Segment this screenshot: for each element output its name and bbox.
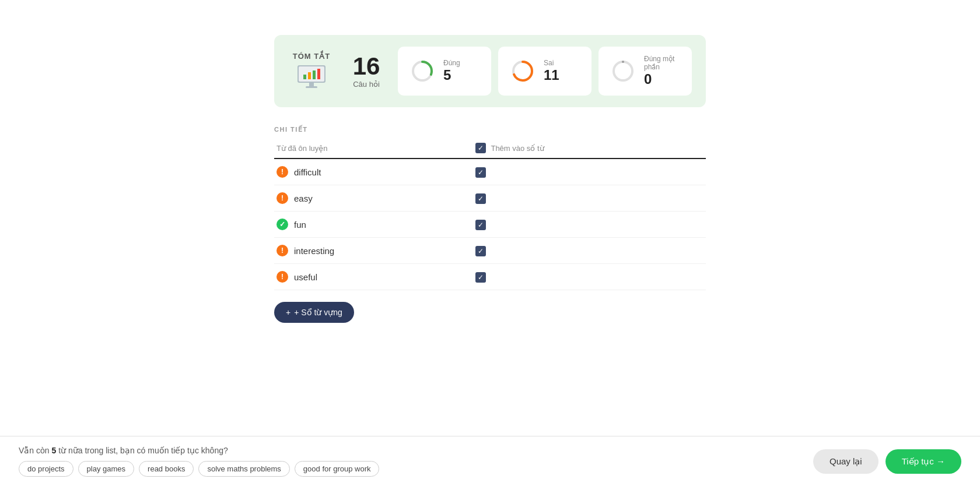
table-row: ✓fun✓ xyxy=(274,212,706,238)
continue-button[interactable]: Tiếp tục → xyxy=(886,449,961,474)
tags-row: do projectsplay gamesread bookssolve mat… xyxy=(19,461,379,477)
svg-rect-4 xyxy=(313,71,316,79)
word-text: interesting xyxy=(294,246,334,256)
word-text: difficult xyxy=(294,167,321,177)
partial-stat-info: Đúng một phần 0 xyxy=(644,55,680,87)
tag-item: do projects xyxy=(19,461,74,477)
total-questions: 16 xyxy=(353,54,380,79)
tag-item: read books xyxy=(139,461,194,477)
correct-stat-info: Đúng 5 xyxy=(443,59,460,83)
continue-label: Tiếp tục → xyxy=(902,456,945,467)
tag-item: good for group work xyxy=(295,461,380,477)
table-row: !useful✓ xyxy=(274,264,706,290)
word-cell-container: !useful xyxy=(274,264,473,290)
svg-rect-1 xyxy=(299,66,324,82)
svg-rect-6 xyxy=(309,83,314,86)
word-checkbox-cell: ✓ xyxy=(473,185,706,212)
summary-title: TÓM TẮT xyxy=(293,52,330,61)
wrong-stat-info: Sai 11 xyxy=(544,59,559,83)
bottom-left: Vẫn còn 5 từ nữa trong list, bạn có muốn… xyxy=(19,446,379,477)
wrong-stat-card: Sai 11 xyxy=(498,47,592,96)
back-button[interactable]: Quay lại xyxy=(813,449,878,474)
table-row: !easy✓ xyxy=(274,185,706,212)
word-text: useful xyxy=(294,272,317,282)
wrong-value: 11 xyxy=(544,67,559,83)
word-checkbox[interactable]: ✓ xyxy=(475,193,486,204)
detail-section: CHI TIẾT Từ đã ôn luyện ✓ Thêm vào số từ… xyxy=(274,126,706,323)
col-add-header: ✓ Thêm vào số từ xyxy=(473,138,706,159)
svg-rect-5 xyxy=(317,69,320,79)
correct-stat-card: Đúng 5 xyxy=(398,47,491,96)
section-label: CHI TIẾT xyxy=(274,126,706,133)
partial-stat-card: Đúng một phần 0 xyxy=(598,47,692,96)
message-end: từ nữa trong list, bạn có muốn tiếp tục … xyxy=(56,446,228,455)
svg-rect-2 xyxy=(303,75,306,79)
word-checkbox-cell: ✓ xyxy=(473,238,706,264)
svg-rect-7 xyxy=(306,86,317,88)
tag-item: solve maths problems xyxy=(198,461,289,477)
wrong-icon: ! xyxy=(276,245,288,256)
word-cell-container: !interesting xyxy=(274,238,473,264)
correct-icon: ✓ xyxy=(276,219,288,230)
word-checkbox-cell: ✓ xyxy=(473,264,706,290)
summary-title-block: TÓM TẮT xyxy=(288,52,335,91)
summary-card: TÓM TẮT 16 Câu hỏi xyxy=(274,35,706,107)
word-cell-container: !easy xyxy=(274,185,473,212)
stat-cards: Đúng 5 Sai 11 xyxy=(398,47,692,96)
wrong-donut xyxy=(510,58,536,84)
correct-donut xyxy=(410,58,435,84)
question-count-block: 16 Câu hỏi xyxy=(349,54,384,89)
svg-point-12 xyxy=(614,62,632,80)
partial-value: 0 xyxy=(644,71,680,87)
vocab-button-label: + Sổ từ vựng xyxy=(294,308,342,317)
bottom-buttons: Quay lại Tiếp tục → xyxy=(813,449,961,474)
correct-value: 5 xyxy=(443,67,460,83)
word-cell-container: ✓fun xyxy=(274,212,473,238)
table-row: !difficult✓ xyxy=(274,159,706,185)
word-text: easy xyxy=(294,193,313,203)
word-text: fun xyxy=(294,220,306,230)
word-checkbox[interactable]: ✓ xyxy=(475,272,486,283)
bottom-message: Vẫn còn 5 từ nữa trong list, bạn có muốn… xyxy=(19,446,228,455)
correct-label: Đúng xyxy=(443,59,460,67)
partial-label: Đúng một phần xyxy=(644,55,680,71)
vocab-button[interactable]: + + Sổ từ vựng xyxy=(274,302,354,323)
word-checkbox-cell: ✓ xyxy=(473,159,706,185)
svg-rect-3 xyxy=(308,72,311,79)
wrong-icon: ! xyxy=(276,192,288,204)
table-row: !interesting✓ xyxy=(274,238,706,264)
questions-label: Câu hỏi xyxy=(353,80,380,89)
wrong-icon: ! xyxy=(276,271,288,283)
monitor-icon xyxy=(295,63,328,91)
word-checkbox[interactable]: ✓ xyxy=(475,246,486,256)
tag-item: play games xyxy=(78,461,134,477)
word-checkbox[interactable]: ✓ xyxy=(475,167,486,178)
col-word-header: Từ đã ôn luyện xyxy=(274,138,473,159)
word-checkbox[interactable]: ✓ xyxy=(475,220,486,230)
detail-table: Từ đã ôn luyện ✓ Thêm vào số từ !difficu… xyxy=(274,138,706,290)
word-cell-container: !difficult xyxy=(274,159,473,185)
partial-donut xyxy=(610,58,636,84)
plus-icon: + xyxy=(286,308,290,317)
wrong-label: Sai xyxy=(544,59,559,67)
message-start: Vẫn còn xyxy=(19,446,51,455)
word-checkbox-cell: ✓ xyxy=(473,212,706,238)
bottom-bar: Vẫn còn 5 từ nữa trong list, bạn có muốn… xyxy=(0,436,980,486)
select-all-checkbox[interactable]: ✓ xyxy=(475,143,486,153)
wrong-icon: ! xyxy=(276,166,288,178)
